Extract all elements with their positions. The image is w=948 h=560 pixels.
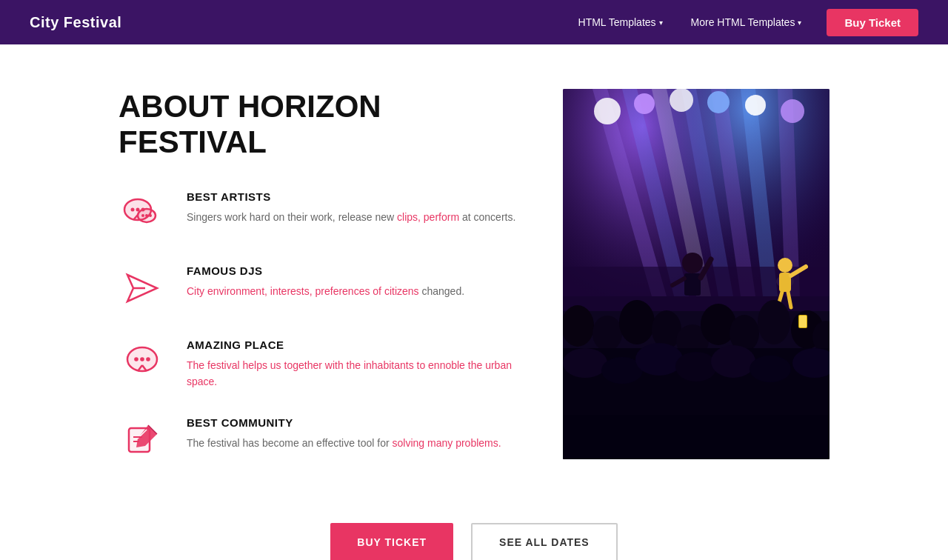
- nav-buy-ticket-button[interactable]: Buy Ticket: [827, 9, 918, 36]
- svg-point-8: [145, 214, 148, 217]
- svg-rect-69: [563, 415, 830, 459]
- svg-point-60: [563, 348, 607, 378]
- svg-point-51: [619, 300, 655, 344]
- svg-point-65: [750, 356, 791, 382]
- chevron-down-icon: ▾: [798, 19, 801, 27]
- svg-point-34: [707, 91, 730, 113]
- nav-links: HTML Templates ▾ More HTML Templates ▾ B…: [568, 9, 918, 36]
- bottom-actions: BUY TICKET SEE ALL DATES: [0, 493, 948, 560]
- site-logo: City Festival: [30, 14, 121, 31]
- svg-point-14: [134, 357, 138, 361]
- svg-point-9: [149, 214, 152, 217]
- paper-plane-icon: [118, 264, 166, 312]
- html-templates-link[interactable]: HTML Templates ▾: [568, 10, 673, 34]
- svg-point-40: [778, 258, 792, 273]
- see-all-dates-button[interactable]: SEE ALL DATES: [471, 523, 618, 560]
- buy-ticket-button[interactable]: BUY TICKET: [330, 523, 453, 560]
- feature-best-artists: BEST ARTISTS Singers work hard on their …: [118, 190, 518, 238]
- edit-icon: [118, 416, 166, 464]
- chevron-down-icon: ▾: [659, 19, 663, 27]
- svg-point-45: [682, 253, 703, 273]
- svg-point-62: [635, 343, 683, 376]
- svg-rect-46: [684, 273, 701, 296]
- more-html-templates-link[interactable]: More HTML Templates ▾: [681, 10, 812, 34]
- page-title: ABOUT HORIZON FESTIVAL: [118, 89, 518, 161]
- feature-amazing-place-text: AMAZING PLACE The festival helps us toge…: [187, 339, 518, 390]
- svg-point-36: [781, 99, 804, 123]
- svg-point-56: [758, 300, 790, 344]
- left-section: ABOUT HORIZON FESTIVAL: [118, 89, 518, 464]
- svg-point-33: [670, 89, 693, 112]
- features-list: BEST ARTISTS Singers work hard on their …: [118, 190, 518, 464]
- concert-image: [563, 89, 830, 459]
- feature-best-community: BEST COMMUNITY The festival has become a…: [118, 416, 518, 464]
- feature-best-community-text: BEST COMMUNITY The festival has become a…: [187, 416, 518, 451]
- svg-point-64: [711, 345, 755, 378]
- svg-rect-68: [799, 316, 807, 327]
- feature-famous-djs: FAMOUS DJs City environment, interests, …: [118, 264, 518, 312]
- svg-point-16: [146, 357, 150, 361]
- svg-point-50: [592, 316, 622, 351]
- svg-point-32: [634, 93, 655, 114]
- svg-point-35: [745, 95, 766, 116]
- svg-point-15: [140, 357, 144, 361]
- feature-amazing-place: AMAZING PLACE The festival helps us toge…: [118, 339, 518, 390]
- feature-best-artists-text: BEST ARTISTS Singers work hard on their …: [187, 190, 518, 225]
- chat-bubble-2-icon: [118, 339, 166, 386]
- right-section: [563, 89, 830, 464]
- svg-point-31: [594, 98, 621, 124]
- svg-point-49: [563, 305, 594, 347]
- feature-famous-djs-text: FAMOUS DJs City environment, interests, …: [187, 264, 518, 299]
- svg-point-7: [141, 214, 144, 217]
- svg-point-63: [675, 352, 717, 381]
- svg-point-2: [131, 207, 135, 211]
- chat-bubble-icon: [118, 190, 166, 238]
